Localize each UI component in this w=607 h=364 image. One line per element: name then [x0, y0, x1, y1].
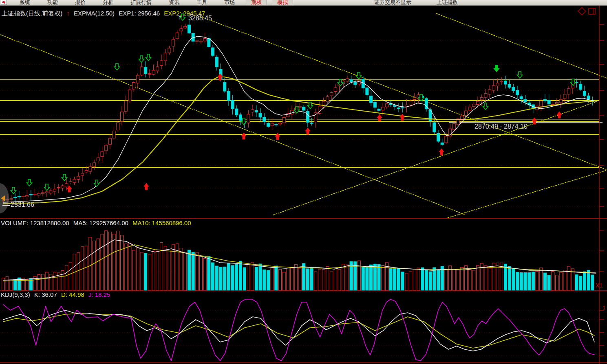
- red-up-arrow-icon: ↑: [66, 10, 70, 17]
- trade-status-label: 证券交易不显示: [374, 0, 411, 5]
- kdj-indicator-name[interactable]: KDJ(9,3,3): [1, 291, 30, 298]
- kdj-k-value: K: 36.07: [34, 291, 57, 298]
- volume-value: VOLUME: 123812880.00: [1, 219, 69, 226]
- menu-item-1[interactable]: 功能: [39, 0, 66, 6]
- low-tick-mark: [2, 205, 10, 206]
- scroll-left-arrow-icon: [1, 195, 5, 201]
- menu-accent-item-1[interactable]: 模拟: [272, 0, 293, 6]
- menu-item-3[interactable]: 分析: [94, 0, 122, 6]
- volume-header[interactable]: VOLUME: 123812880.00 MA5: 129257664.00 M…: [1, 219, 194, 226]
- menu-item-2[interactable]: 报价: [66, 0, 94, 6]
- menu-items: 系统功能报价分析扩展行情资讯工具市场期权模拟: [11, 0, 296, 6]
- menu-item-0[interactable]: 系统: [11, 0, 39, 6]
- menu-item-7[interactable]: 市场: [216, 0, 243, 6]
- exp1-value: EXP1: 2956.46: [119, 10, 160, 17]
- main-chart-header[interactable]: 上证指数(日线.前复权) ↑ EXPMA(12,50) EXP1: 2956.4…: [2, 10, 207, 18]
- chart-canvas[interactable]: [0, 0, 607, 364]
- signal-markers-layer: [11, 14, 576, 194]
- volume-ma5-value: MA5: 129257664.00: [73, 219, 128, 226]
- current-index-label: 上证指数: [437, 0, 458, 5]
- diamond-icon[interactable]: [578, 7, 586, 15]
- menu-item-6[interactable]: 工具: [188, 0, 216, 6]
- peak-flag-label: F: [179, 15, 181, 20]
- volume-bars-layer: [2, 231, 594, 290]
- low-price-label: 2531.66: [11, 201, 34, 208]
- app-logo-icon: [1, 0, 7, 5]
- zoom-scale-label[interactable]: X1: [596, 282, 603, 289]
- volume-ma10-value: MA10: 145560896.00: [132, 219, 191, 226]
- chart-area[interactable]: [0, 0, 607, 364]
- diagonal-trendlines-layer: [0, 13, 607, 218]
- indicator-name[interactable]: EXPMA(12,50): [74, 10, 115, 17]
- window-icon[interactable]: [588, 8, 596, 15]
- axis-partial-label: 1: [603, 305, 605, 311]
- kdj-lines-layer: [3, 299, 594, 361]
- instrument-title: 上证指数(日线.前复权): [2, 10, 62, 17]
- chart-corner-tools: [579, 8, 596, 15]
- kdj-j-value: J: 18.25: [88, 291, 110, 298]
- trading-app-window: { "menu": { "items": ["系统","功能","报价","分析…: [0, 0, 607, 364]
- peak-price-label: 3288.45: [188, 15, 212, 22]
- menu-accent-item-0[interactable]: 期权: [246, 0, 267, 6]
- menu-status-area: 证券交易不显示 上证指数: [374, 0, 458, 6]
- kdj-d-value: D: 44.98: [61, 291, 84, 298]
- menu-bar: 系统功能报价分析扩展行情资讯工具市场期权模拟 证券交易不显示 上证指数: [0, 0, 607, 6]
- menu-item-4[interactable]: 扩展行情: [122, 0, 160, 6]
- menu-item-5[interactable]: 资讯: [160, 0, 188, 6]
- trendline-range-label: 2870.49 - 2874.10: [475, 123, 528, 130]
- kdj-header[interactable]: KDJ(9,3,3) K: 36.07 D: 44.98 J: 18.25: [1, 291, 113, 298]
